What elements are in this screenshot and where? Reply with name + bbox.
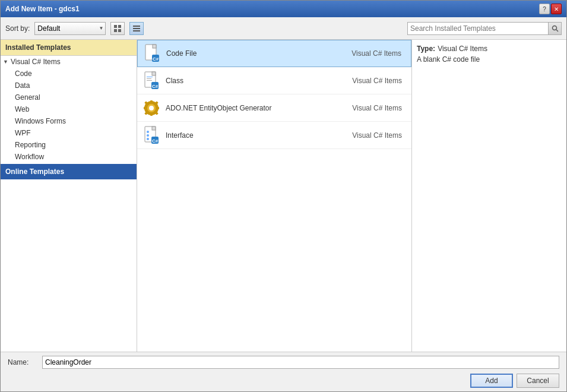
tree-label-wpf: WPF (15, 129, 31, 137)
template-name-class: Class (166, 77, 352, 85)
tree-expand-arrow: ▼ (3, 59, 8, 65)
close-button[interactable]: ✕ (551, 4, 562, 14)
svg-rect-27 (144, 107, 147, 109)
template-category-ado-net: Visual C# Items (352, 104, 402, 112)
installed-templates-header: Installed Templates (1, 40, 137, 56)
help-button[interactable]: ? (539, 4, 550, 14)
tree-label-reporting: Reporting (15, 141, 46, 149)
tree-label-visual-csharp: Visual C# Items (11, 58, 61, 66)
template-name-ado-net: ADO.NET EntityObject Generator (166, 104, 352, 112)
tree-item-reporting[interactable]: Reporting (1, 139, 137, 151)
template-row-interface[interactable]: C# Interface Visual C# Items (137, 122, 411, 149)
template-name-code-file: Code File (166, 49, 351, 58)
svg-rect-0 (114, 25, 117, 28)
template-row-code-file[interactable]: C# Code File Visual C# Items (137, 40, 411, 67)
template-row-class[interactable]: C# Class Visual C# Items (137, 67, 411, 94)
main-content: Installed Templates ▼ Visual C# Items Co… (1, 40, 566, 352)
svg-rect-19 (147, 80, 152, 81)
dialog-window: Add New Item - gdcs1 ? ✕ Sort by: Defaul… (0, 0, 567, 392)
svg-point-36 (147, 131, 149, 133)
svg-text:C#: C# (153, 56, 159, 62)
info-type-row: Type: Visual C# Items (417, 45, 562, 53)
tree-label-code: Code (15, 69, 32, 78)
svg-rect-26 (150, 113, 153, 116)
svg-text:C#: C# (152, 138, 159, 144)
type-value: Visual C# Items (438, 45, 487, 53)
svg-point-38 (147, 138, 149, 140)
tree-item-wpf[interactable]: WPF (1, 127, 137, 139)
name-row: Name: (8, 356, 559, 369)
svg-line-8 (556, 30, 558, 31)
view-list-button[interactable] (110, 22, 125, 35)
template-row-ado-net[interactable]: ADO.NET EntityObject Generator Visual C#… (137, 94, 411, 122)
cancel-button[interactable]: Cancel (517, 374, 559, 388)
search-button[interactable] (548, 23, 561, 34)
tree-item-data[interactable]: Data (1, 80, 137, 91)
view-details-button[interactable] (129, 22, 144, 35)
template-icon-interface: C# (142, 126, 161, 145)
svg-text:C#: C# (152, 84, 159, 89)
add-button[interactable]: Add (470, 374, 513, 388)
name-label: Name: (8, 358, 37, 366)
title-bar-buttons: ? ✕ (539, 4, 562, 14)
tree-label-web: Web (15, 105, 29, 113)
template-icon-code-file: C# (142, 44, 161, 63)
svg-rect-6 (133, 30, 140, 31)
svg-rect-25 (150, 100, 153, 103)
tree-label-workflow: Workflow (15, 153, 44, 161)
tree-item-web[interactable]: Web (1, 103, 137, 115)
bottom-area: Name: Add Cancel (1, 352, 566, 391)
svg-rect-1 (118, 25, 121, 28)
svg-rect-16 (152, 72, 156, 75)
online-templates-section[interactable]: Online Templates (1, 164, 137, 179)
sort-select[interactable]: Default Name Type (34, 22, 106, 35)
svg-rect-17 (147, 77, 153, 77)
sort-select-wrapper: Default Name Type (34, 22, 106, 35)
sort-label: Sort by: (5, 24, 30, 33)
svg-rect-35 (152, 127, 156, 130)
tree-item-workflow[interactable]: Workflow (1, 151, 137, 163)
template-icon-class: C# (142, 71, 161, 90)
type-label: Type: (417, 45, 435, 53)
content-area: Sort by: Default Name Type (1, 17, 566, 391)
tree-item-general[interactable]: General (1, 91, 137, 103)
buttons-row: Add Cancel (8, 374, 559, 388)
tree-item-code[interactable]: Code (1, 68, 137, 80)
tree-label-windows-forms: Windows Forms (15, 117, 66, 125)
template-category-interface: Visual C# Items (352, 131, 402, 140)
left-panel: Installed Templates ▼ Visual C# Items Co… (1, 40, 137, 352)
svg-rect-18 (147, 78, 151, 79)
svg-rect-2 (114, 29, 117, 32)
template-category-code-file: Visual C# Items (351, 49, 401, 58)
top-toolbar: Sort by: Default Name Type (1, 17, 566, 40)
right-panel: Type: Visual C# Items A blank C# code fi… (412, 40, 566, 352)
svg-rect-5 (133, 28, 140, 29)
template-icon-ado-net (142, 99, 161, 118)
svg-rect-4 (133, 26, 140, 27)
title-bar: Add New Item - gdcs1 ? ✕ (1, 1, 566, 17)
svg-rect-28 (156, 107, 159, 109)
name-input[interactable] (42, 356, 559, 369)
info-description: A blank C# code file (417, 55, 562, 64)
svg-rect-3 (118, 29, 121, 32)
svg-point-7 (552, 26, 556, 30)
search-box (407, 22, 562, 35)
search-input[interactable] (408, 23, 548, 34)
template-name-interface: Interface (166, 131, 352, 140)
template-category-class: Visual C# Items (352, 77, 402, 85)
svg-point-24 (149, 106, 154, 110)
center-panel: C# Code File Visual C# Items (137, 40, 412, 352)
tree-item-windows-forms[interactable]: Windows Forms (1, 115, 137, 127)
tree-label-general: General (15, 93, 40, 102)
tree-item-visual-csharp[interactable]: ▼ Visual C# Items (1, 56, 137, 68)
svg-rect-11 (153, 45, 156, 48)
title-bar-text: Add New Item - gdcs1 (5, 5, 80, 13)
svg-point-37 (147, 134, 149, 137)
tree-label-data: Data (15, 81, 30, 90)
